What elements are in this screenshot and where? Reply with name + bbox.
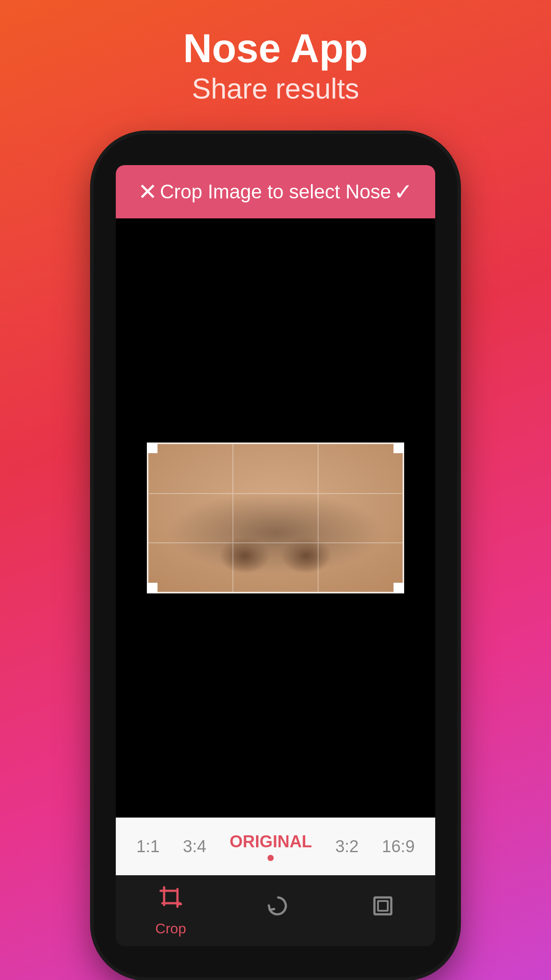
crop-handle-bottom-left[interactable] (147, 583, 157, 593)
top-bar: ✕ Crop Image to select Nose ✓ (116, 165, 435, 218)
svg-rect-6 (374, 897, 391, 914)
svg-rect-7 (378, 901, 388, 911)
ratio-option-3-2[interactable]: 3:2 (335, 837, 359, 856)
ratio-bar: 1:1 3:4 ORIGINAL 3:2 16:9 (116, 818, 435, 875)
crop-handle-top-right[interactable] (394, 443, 404, 453)
ratio-option-16-9[interactable]: 16:9 (382, 837, 415, 856)
ratio-active-indicator (268, 855, 274, 861)
grid-cell (318, 444, 403, 493)
bottom-toolbar: Crop (116, 875, 435, 946)
grid-cell (148, 494, 233, 543)
grid-cell (233, 494, 318, 543)
crop-label: Crop (155, 921, 186, 937)
rotate-icon (265, 893, 291, 925)
toolbar-expand[interactable] (370, 893, 396, 929)
grid-cell (318, 543, 403, 592)
app-title: Nose App (183, 27, 368, 71)
crop-container[interactable] (147, 443, 404, 593)
app-subtitle: Share results (183, 71, 368, 107)
phone-screen: ✕ Crop Image to select Nose ✓ (116, 165, 435, 946)
crop-handle-top-left[interactable] (147, 443, 157, 453)
image-area[interactable] (116, 218, 435, 818)
top-bar-title: Crop Image to select Nose (157, 181, 394, 203)
app-header: Nose App Share results (183, 27, 368, 107)
ratio-option-1-1[interactable]: 1:1 (136, 837, 160, 856)
toolbar-crop[interactable]: Crop (155, 885, 186, 937)
crop-grid (148, 444, 403, 592)
grid-cell (148, 444, 233, 493)
grid-cell (233, 543, 318, 592)
crop-icon (158, 885, 184, 916)
expand-icon (370, 893, 396, 925)
toolbar-rotate[interactable] (265, 893, 291, 929)
ratio-option-original[interactable]: ORIGINAL (230, 832, 312, 861)
phone-shell: ✕ Crop Image to select Nose ✓ (94, 134, 457, 977)
ratio-option-3-4[interactable]: 3:4 (183, 837, 206, 856)
grid-cell (318, 494, 403, 543)
grid-cell (148, 543, 233, 592)
grid-cell (233, 444, 318, 493)
crop-handle-bottom-right[interactable] (394, 583, 404, 593)
close-button[interactable]: ✕ (138, 178, 157, 205)
nose-image (148, 444, 403, 592)
confirm-button[interactable]: ✓ (394, 178, 413, 205)
